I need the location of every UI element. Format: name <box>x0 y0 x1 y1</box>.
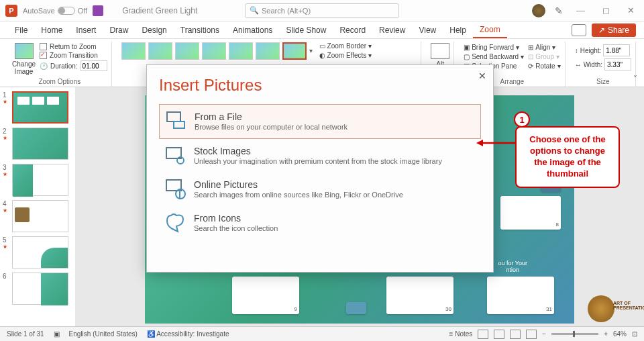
restore-button[interactable]: ◻ <box>598 5 614 15</box>
language-status[interactable]: English (United States) <box>69 330 138 338</box>
bring-forward-button[interactable]: ▣Bring Forward▾ <box>464 43 524 52</box>
zoom-style-4[interactable] <box>202 42 226 60</box>
option-from-file[interactable]: From a File Browse files on your compute… <box>159 104 481 139</box>
zoom-style-6[interactable] <box>256 42 280 60</box>
reading-view-button[interactable] <box>510 330 521 339</box>
option-from-icons[interactable]: From Icons Search the icon collection <box>159 206 481 240</box>
zoom-style-2[interactable] <box>148 42 172 60</box>
slide-card-small[interactable] <box>346 302 366 314</box>
slide-card-30[interactable]: 30 <box>386 277 453 314</box>
zoom-in-button[interactable]: + <box>604 330 608 338</box>
slide-thumbnail-panel[interactable]: 1★ 2★ 3★ 4★ 5★ 6 <box>0 87 75 326</box>
layer-back-icon: ▢ <box>464 53 470 60</box>
group-button[interactable]: ⊡Group▾ <box>528 52 560 61</box>
document-title[interactable]: Gradient Green Light <box>122 6 197 15</box>
spellcheck-icon[interactable]: ▣ <box>54 330 60 338</box>
accessibility-icon: ♿ <box>147 330 155 338</box>
slide-card-9[interactable]: 9 <box>232 277 299 314</box>
option-online-pictures[interactable]: Online Pictures Search images from onlin… <box>159 173 481 206</box>
menu-insert[interactable]: Insert <box>69 23 103 38</box>
toggle-off-icon[interactable] <box>58 7 75 15</box>
animation-star-icon: ★ <box>3 99 9 105</box>
menu-animations[interactable]: Animations <box>226 23 279 38</box>
logo-icon <box>588 295 614 322</box>
sorter-view-button[interactable] <box>494 330 504 339</box>
zoom-style-1[interactable] <box>121 42 146 60</box>
menu-slideshow[interactable]: Slide Show <box>279 23 333 38</box>
ribbon-collapse-button[interactable]: ˅ <box>633 75 637 84</box>
slide-thumb-6[interactable]: 6 <box>3 273 72 305</box>
status-bar: Slide 1 of 31 ▣ English (United States) … <box>0 326 644 341</box>
accessibility-status[interactable]: ♿ Accessibility: Investigate <box>147 330 229 338</box>
zoom-style-5[interactable] <box>229 42 253 60</box>
slide-card-31[interactable]: 31 <box>487 277 554 314</box>
annotation-callout: 1 Choose one of the options to change th… <box>515 113 620 188</box>
callout-badge: 1 <box>514 111 530 128</box>
zoom-border-button[interactable]: ▭Zoom Border▾ <box>319 42 372 50</box>
chevron-down-icon: ▾ <box>556 53 559 60</box>
pen-icon[interactable]: ✎ <box>555 5 563 16</box>
slide-counter[interactable]: Slide 1 of 31 <box>7 330 44 338</box>
option-stock-images[interactable]: Stock Images Unleash your imagination wi… <box>159 139 481 173</box>
slideshow-view-button[interactable] <box>526 330 537 339</box>
slide-thumb-3[interactable]: 3★ <box>3 164 72 196</box>
zoom-out-button[interactable]: − <box>542 330 546 338</box>
save-icon[interactable] <box>93 5 103 16</box>
comments-button[interactable] <box>572 24 586 36</box>
zoom-style-7[interactable] <box>282 42 307 60</box>
send-backward-button[interactable]: ▢Send Backward▾ <box>464 52 524 61</box>
slide-thumb-5[interactable]: 5★ <box>3 236 72 269</box>
arrange-group-label: Arrange <box>500 78 525 85</box>
dialog-close-button[interactable]: ✕ <box>478 70 486 81</box>
option-desc: Browse files on your computer or local n… <box>195 123 347 131</box>
close-button[interactable]: ✕ <box>623 5 639 15</box>
rotate-button[interactable]: ⟳Rotate▾ <box>528 62 560 70</box>
menu-home[interactable]: Home <box>34 23 69 38</box>
zoom-slider[interactable] <box>551 333 598 335</box>
menu-zoom[interactable]: Zoom <box>473 22 507 38</box>
menu-file[interactable]: File <box>8 23 34 38</box>
search-input[interactable]: 🔍 Search (Alt+Q) <box>245 3 399 18</box>
option-desc: Search the icon collection <box>194 224 278 232</box>
align-icon: ⊞ <box>528 44 533 51</box>
menu-view[interactable]: View <box>412 23 443 38</box>
slide-card-8[interactable]: 8 <box>500 196 561 230</box>
checkbox-checked-icon <box>40 52 47 59</box>
slide-thumb-1[interactable]: 1★ <box>3 91 72 124</box>
chevron-down-icon: ▾ <box>368 42 372 50</box>
user-avatar[interactable] <box>532 4 545 17</box>
menu-draw[interactable]: Draw <box>103 23 135 38</box>
share-button[interactable]: ↗ Share <box>592 23 636 37</box>
search-placeholder: Search (Alt+Q) <box>262 7 311 15</box>
duration-input[interactable] <box>80 60 107 71</box>
group-icon: ⊡ <box>528 53 533 60</box>
slide-thumb-4[interactable]: 4★ <box>3 200 72 232</box>
chevron-down-icon: ▾ <box>516 44 519 51</box>
menu-help[interactable]: Help <box>443 23 473 38</box>
minimize-button[interactable]: — <box>572 5 589 15</box>
alt-text-icon <box>431 43 449 59</box>
slide-thumb-2[interactable]: 2★ <box>3 128 72 160</box>
normal-view-button[interactable] <box>478 330 488 339</box>
menu-design[interactable]: Design <box>135 23 173 38</box>
menu-review[interactable]: Review <box>372 23 412 38</box>
height-input[interactable] <box>603 44 630 56</box>
zoom-style-3[interactable] <box>175 42 199 60</box>
fit-window-button[interactable]: ⊡ <box>632 330 637 338</box>
height-row: ↕Height: <box>575 44 631 56</box>
align-button[interactable]: ⊞Align▾ <box>528 43 560 52</box>
menu-record[interactable]: Record <box>333 23 372 38</box>
styles-more-icon[interactable]: ▾ <box>309 47 313 54</box>
zoom-effects-button[interactable]: ◐Zoom Effects▾ <box>319 51 372 60</box>
insert-pictures-dialog: ✕ Insert Pictures From a File Browse fil… <box>146 64 494 273</box>
width-input[interactable] <box>604 58 631 70</box>
zoom-level[interactable]: 64% <box>613 330 627 338</box>
change-image-button[interactable]: Change Image <box>12 42 36 75</box>
zoom-transition-checkbox[interactable]: Zoom Transition <box>40 52 107 59</box>
search-icon: 🔍 <box>250 6 259 15</box>
return-to-zoom-checkbox[interactable]: Return to Zoom <box>40 43 107 50</box>
menu-transitions[interactable]: Transitions <box>174 23 226 38</box>
animation-star-icon: ★ <box>3 244 9 250</box>
autosave-toggle[interactable]: AutoSave Off <box>23 7 87 15</box>
notes-button[interactable]: ≡ Notes <box>449 330 473 338</box>
